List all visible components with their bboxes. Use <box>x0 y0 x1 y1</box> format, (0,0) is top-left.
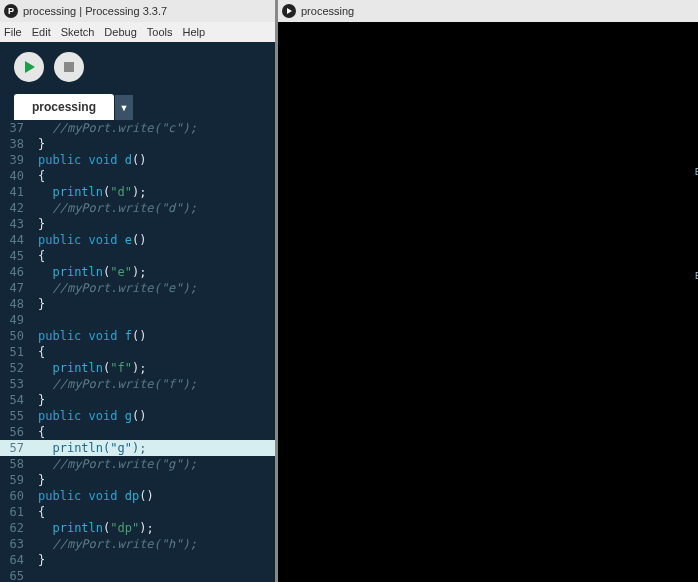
line-number: 52 <box>0 360 32 376</box>
line-number: 38 <box>0 136 32 152</box>
window-title-bar: P processing | Processing 3.3.7 <box>0 0 275 22</box>
line-number: 44 <box>0 232 32 248</box>
code-line[interactable]: 45{ <box>0 248 275 264</box>
app-icon: P <box>4 4 18 18</box>
code-line[interactable]: 53 //myPort.write("f"); <box>0 376 275 392</box>
code-line[interactable]: 38} <box>0 136 275 152</box>
code-line[interactable]: 37 //myPort.write("c"); <box>0 120 275 136</box>
code-line[interactable]: 47 //myPort.write("e"); <box>0 280 275 296</box>
tab-dropdown[interactable]: ▼ <box>115 95 133 120</box>
code-content[interactable]: public void g() <box>32 408 275 424</box>
code-line[interactable]: 52 println("f"); <box>0 360 275 376</box>
line-number: 50 <box>0 328 32 344</box>
code-content[interactable]: //myPort.write("g"); <box>32 456 275 472</box>
code-line[interactable]: 64} <box>0 552 275 568</box>
code-content[interactable]: println("d"); <box>32 184 275 200</box>
line-number: 37 <box>0 120 32 136</box>
code-content[interactable]: { <box>32 248 275 264</box>
code-content[interactable]: public void f() <box>32 328 275 344</box>
code-line[interactable]: 55public void g() <box>0 408 275 424</box>
code-content[interactable]: //myPort.write("f"); <box>32 376 275 392</box>
code-content[interactable]: } <box>32 296 275 312</box>
code-content[interactable]: public void d() <box>32 152 275 168</box>
code-content[interactable]: println("g"); <box>32 440 275 456</box>
code-line[interactable]: 62 println("dp"); <box>0 520 275 536</box>
code-line[interactable]: 44public void e() <box>0 232 275 248</box>
line-number: 49 <box>0 312 32 328</box>
code-line[interactable]: 65 <box>0 568 275 582</box>
output-title: processing <box>301 5 354 17</box>
line-number: 59 <box>0 472 32 488</box>
code-content[interactable]: //myPort.write("d"); <box>32 200 275 216</box>
code-content[interactable]: //myPort.write("c"); <box>32 120 275 136</box>
window-title: processing | Processing 3.3.7 <box>23 5 167 17</box>
line-number: 64 <box>0 552 32 568</box>
code-content[interactable]: { <box>32 344 275 360</box>
menu-tools[interactable]: Tools <box>147 26 173 38</box>
line-number: 47 <box>0 280 32 296</box>
code-content[interactable]: println("f"); <box>32 360 275 376</box>
line-number: 63 <box>0 536 32 552</box>
run-button[interactable] <box>14 52 44 82</box>
code-line[interactable]: 56{ <box>0 424 275 440</box>
code-line[interactable]: 43} <box>0 216 275 232</box>
code-line[interactable]: 41 println("d"); <box>0 184 275 200</box>
menu-edit[interactable]: Edit <box>32 26 51 38</box>
code-content[interactable]: public void dp() <box>32 488 275 504</box>
code-content[interactable]: //myPort.write("h"); <box>32 536 275 552</box>
line-number: 46 <box>0 264 32 280</box>
code-content[interactable]: { <box>32 168 275 184</box>
code-line[interactable]: 39public void d() <box>0 152 275 168</box>
code-content[interactable]: } <box>32 136 275 152</box>
line-number: 51 <box>0 344 32 360</box>
line-number: 58 <box>0 456 32 472</box>
code-line[interactable]: 59} <box>0 472 275 488</box>
line-number: 55 <box>0 408 32 424</box>
code-content[interactable]: { <box>32 504 275 520</box>
code-line[interactable]: 51{ <box>0 344 275 360</box>
code-content[interactable]: println("dp"); <box>32 520 275 536</box>
menu-sketch[interactable]: Sketch <box>61 26 95 38</box>
code-line[interactable]: 49 <box>0 312 275 328</box>
line-number: 40 <box>0 168 32 184</box>
toolbar <box>0 42 275 92</box>
line-number: 39 <box>0 152 32 168</box>
line-number: 65 <box>0 568 32 582</box>
code-content[interactable]: } <box>32 472 275 488</box>
code-line[interactable]: 57 println("g"); <box>0 440 275 456</box>
stop-icon <box>64 62 74 72</box>
code-line[interactable]: 63 //myPort.write("h"); <box>0 536 275 552</box>
code-content[interactable] <box>32 312 275 328</box>
sketch-tab[interactable]: processing <box>14 94 114 120</box>
code-line[interactable]: 60public void dp() <box>0 488 275 504</box>
stop-button[interactable] <box>54 52 84 82</box>
line-number: 41 <box>0 184 32 200</box>
code-content[interactable]: } <box>32 392 275 408</box>
code-line[interactable]: 48} <box>0 296 275 312</box>
code-content[interactable]: //myPort.write("e"); <box>32 280 275 296</box>
code-line[interactable]: 40{ <box>0 168 275 184</box>
code-content[interactable]: public void e() <box>32 232 275 248</box>
output-title-bar: processing <box>278 0 698 22</box>
output-panel: processing A B D E G <box>275 0 698 582</box>
code-content[interactable]: } <box>32 552 275 568</box>
code-content[interactable]: { <box>32 424 275 440</box>
menu-help[interactable]: Help <box>182 26 205 38</box>
code-line[interactable]: 46 println("e"); <box>0 264 275 280</box>
code-content[interactable]: } <box>32 216 275 232</box>
line-number: 43 <box>0 216 32 232</box>
line-number: 48 <box>0 296 32 312</box>
tab-bar: processing ▼ <box>0 92 275 120</box>
line-number: 42 <box>0 200 32 216</box>
code-content[interactable] <box>32 568 275 582</box>
sketch-canvas[interactable]: A B D E G <box>278 22 698 582</box>
code-editor[interactable]: 37 //myPort.write("c");38}39public void … <box>0 120 275 582</box>
code-line[interactable]: 61{ <box>0 504 275 520</box>
menu-file[interactable]: File <box>4 26 22 38</box>
code-content[interactable]: println("e"); <box>32 264 275 280</box>
code-line[interactable]: 54} <box>0 392 275 408</box>
menu-debug[interactable]: Debug <box>104 26 136 38</box>
code-line[interactable]: 42 //myPort.write("d"); <box>0 200 275 216</box>
code-line[interactable]: 50public void f() <box>0 328 275 344</box>
code-line[interactable]: 58 //myPort.write("g"); <box>0 456 275 472</box>
